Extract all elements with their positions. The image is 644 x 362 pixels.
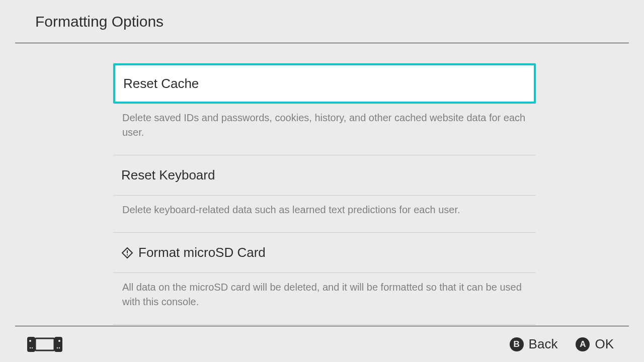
svg-point-7 (29, 340, 31, 342)
option-label: Reset Cache (123, 76, 199, 92)
back-button-hint[interactable]: B Back (510, 336, 558, 352)
ok-label: OK (595, 336, 614, 352)
page-title: Formatting Options (35, 13, 164, 30)
option-reset-keyboard-desc: Delete keyboard-related data such as lea… (113, 196, 536, 233)
svg-point-10 (58, 340, 60, 342)
option-format-sd-block: Format microSD Card All data on the micr… (113, 233, 536, 325)
footer-buttons: B Back A OK (510, 336, 614, 352)
back-label: Back (529, 336, 558, 352)
option-format-sd-desc: All data on the microSD card will be del… (113, 273, 536, 325)
option-reset-cache[interactable]: Reset Cache (113, 63, 536, 104)
ok-button-hint[interactable]: A OK (576, 336, 614, 352)
options-scroll-area[interactable]: Reset Cache Delete saved IDs and passwor… (15, 43, 634, 326)
svg-rect-0 (127, 250, 128, 253)
option-label: Reset Keyboard (121, 167, 215, 183)
option-reset-keyboard[interactable]: Reset Keyboard (113, 155, 536, 196)
svg-rect-5 (35, 338, 54, 350)
svg-point-8 (30, 347, 31, 348)
option-reset-keyboard-block: Reset Keyboard Delete keyboard-related d… (113, 155, 536, 233)
warning-icon (121, 247, 133, 259)
svg-point-12 (59, 347, 60, 348)
option-reset-cache-desc: Delete saved IDs and passwords, cookies,… (113, 104, 536, 155)
header: Formatting Options (15, 0, 629, 43)
svg-point-9 (32, 347, 33, 348)
svg-rect-4 (27, 337, 35, 352)
footer: B Back A OK (15, 326, 629, 362)
option-label: Format microSD Card (138, 245, 266, 260)
svg-rect-6 (54, 337, 62, 352)
option-format-sd[interactable]: Format microSD Card (113, 233, 536, 273)
console-icon (27, 337, 62, 352)
b-button-icon: B (510, 337, 524, 351)
svg-rect-1 (127, 254, 128, 255)
option-reset-cache-block: Reset Cache Delete saved IDs and passwor… (113, 63, 536, 155)
svg-point-11 (57, 347, 58, 348)
a-button-icon: A (576, 337, 590, 351)
